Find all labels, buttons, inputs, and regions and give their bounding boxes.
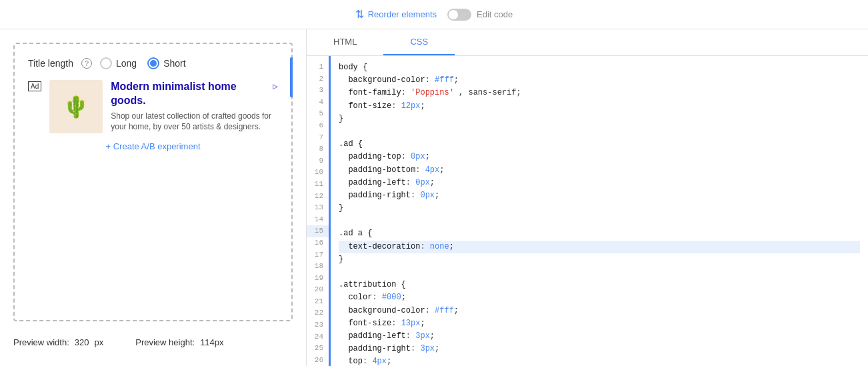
reorder-elements-button[interactable]: ⇅ Reorder elements (355, 8, 437, 21)
code-line-5: } (339, 113, 860, 125)
main-content: Title length ? Long Short Ad 🌵 (0, 29, 868, 366)
code-line-22: padding-left: 3px; (339, 330, 860, 343)
line-number-15: 15 (307, 225, 329, 237)
preview-info: Preview width: 320 px Preview height: 11… (13, 332, 293, 353)
ad-title-row: Modern minimalist home goods. ▷ (111, 80, 278, 108)
preview-card: Title length ? Long Short Ad 🌵 (13, 43, 293, 321)
code-line-11: padding-right: 0px; (339, 189, 860, 202)
ad-arrow-icon: ▷ (273, 83, 278, 90)
code-editor: 1234567891011121314151617181920212223242… (307, 56, 868, 366)
line-number-25: 25 (307, 343, 329, 355)
line-number-24: 24 (307, 331, 329, 343)
code-line-23: padding-right: 3px; (339, 343, 860, 355)
code-line-1: body { (339, 61, 860, 74)
radio-circle-short (147, 57, 159, 69)
code-content[interactable]: body { background-color: #fff; font-fami… (331, 56, 868, 366)
tab-css[interactable]: CSS (383, 29, 455, 55)
preview-width-value: 320 (75, 337, 89, 347)
radio-long-label: Long (116, 58, 137, 69)
line-number-23: 23 (307, 319, 329, 331)
line-number-2: 2 (307, 73, 329, 85)
code-line-3: font-family: 'Poppins' , sans-serif; (339, 87, 860, 99)
radio-long[interactable]: Long (100, 57, 137, 69)
code-line-21: font-size: 13px; (339, 317, 860, 330)
line-number-18: 18 (307, 261, 329, 273)
radio-group: Long Short (100, 57, 186, 69)
code-line-12: } (339, 202, 860, 215)
preview-height-value: 114px (200, 337, 223, 347)
line-number-6: 6 (307, 120, 329, 132)
line-number-8: 8 (307, 143, 329, 155)
reorder-icon: ⇅ (355, 8, 364, 21)
code-line-7: .ad { (339, 138, 860, 151)
line-number-9: 9 (307, 155, 329, 167)
title-length-row: Title length ? Long Short (28, 57, 278, 69)
code-panel: HTML CSS 1234567891011121314151617181920… (307, 29, 868, 366)
code-line-8: padding-top: 0px; (339, 151, 860, 163)
create-ab-link[interactable]: + Create A/B experiment (28, 141, 278, 151)
left-panel: Title length ? Long Short Ad 🌵 (0, 29, 307, 366)
ad-title: Modern minimalist home goods. (111, 80, 270, 108)
radio-short-label: Short (163, 58, 185, 69)
line-number-13: 13 (307, 202, 329, 214)
line-number-20: 20 (307, 284, 329, 296)
code-line-19: color: #000; (339, 291, 860, 304)
code-line-14: .ad a { (339, 227, 860, 240)
code-line-24: top: 4px; (339, 355, 860, 366)
code-line-15: text-decoration: none; (339, 241, 860, 253)
radio-short[interactable]: Short (147, 57, 185, 69)
radio-circle-long (100, 57, 112, 69)
edit-code-label: Edit code (477, 9, 513, 19)
line-number-19: 19 (307, 273, 329, 285)
code-line-2: background-color: #fff; (339, 74, 860, 87)
ad-description: Shop our latest collection of crafted go… (111, 111, 278, 133)
line-number-21: 21 (307, 296, 329, 308)
code-line-10: padding-left: 0px; (339, 177, 860, 189)
toolbar: ⇅ Reorder elements Edit code (0, 0, 868, 29)
title-length-label: Title length (28, 58, 73, 69)
reorder-label: Reorder elements (368, 9, 437, 19)
code-line-6 (339, 125, 860, 138)
code-tabs: HTML CSS (307, 29, 868, 56)
edit-code-toggle-container: Edit code (447, 9, 513, 21)
line-number-4: 4 (307, 97, 329, 109)
code-line-13 (339, 215, 860, 227)
code-line-20: background-color: #fff; (339, 305, 860, 317)
code-line-16: } (339, 253, 860, 266)
line-number-11: 11 (307, 179, 329, 191)
line-number-1: 1 (307, 61, 329, 73)
preview-width-label: Preview width: (13, 337, 69, 347)
line-number-22: 22 (307, 307, 329, 319)
code-line-17 (339, 266, 860, 279)
code-line-18: .attribution { (339, 279, 860, 291)
line-number-5: 5 (307, 108, 329, 120)
code-line-4: font-size: 12px; (339, 100, 860, 113)
ad-image: 🌵 (49, 80, 103, 133)
tab-html[interactable]: HTML (307, 29, 383, 55)
help-icon[interactable]: ? (81, 58, 92, 69)
edit-code-toggle[interactable] (447, 9, 471, 21)
ad-preview: Ad 🌵 Modern minimalist home goods. ▷ Sho… (28, 80, 278, 133)
line-number-7: 7 (307, 132, 329, 144)
line-number-17: 17 (307, 249, 329, 261)
cactus-icon: 🌵 (63, 94, 89, 119)
ad-content: Modern minimalist home goods. ▷ Shop our… (111, 80, 278, 133)
preview-width-unit: px (95, 337, 104, 347)
accent-bar (290, 57, 293, 97)
line-number-3: 3 (307, 85, 329, 97)
line-number-14: 14 (307, 214, 329, 226)
ad-badge: Ad (28, 81, 41, 91)
line-number-16: 16 (307, 237, 329, 249)
preview-height-label: Preview height: (135, 337, 195, 347)
line-number-12: 12 (307, 191, 329, 203)
code-line-9: padding-bottom: 4px; (339, 164, 860, 177)
line-number-26: 26 (307, 355, 329, 366)
line-number-10: 10 (307, 167, 329, 179)
line-numbers: 1234567891011121314151617181920212223242… (307, 56, 331, 366)
